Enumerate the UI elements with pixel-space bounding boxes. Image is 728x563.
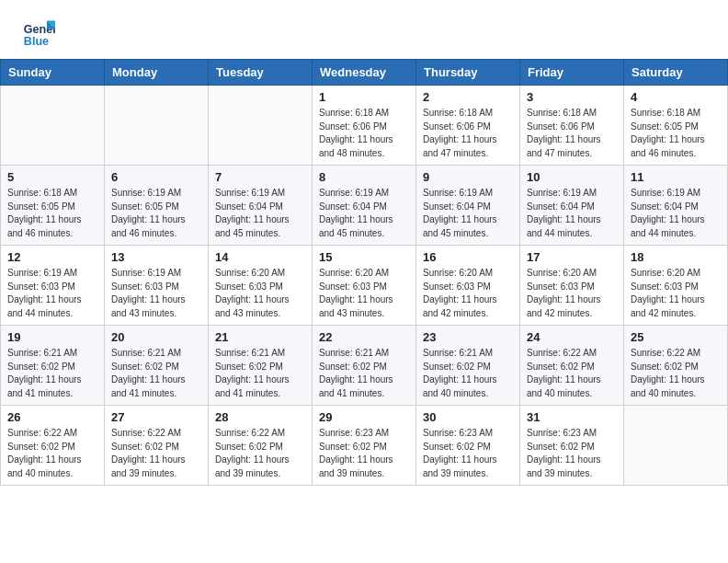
calendar-week-row: 12Sunrise: 6:19 AM Sunset: 6:03 PM Dayli… bbox=[1, 246, 728, 326]
day-info: Sunrise: 6:18 AM Sunset: 6:05 PM Dayligh… bbox=[7, 187, 97, 240]
day-info: Sunrise: 6:20 AM Sunset: 6:03 PM Dayligh… bbox=[319, 267, 409, 320]
calendar-day-cell: 13Sunrise: 6:19 AM Sunset: 6:03 PM Dayli… bbox=[105, 246, 209, 326]
day-number: 26 bbox=[7, 410, 97, 424]
day-number: 4 bbox=[631, 90, 721, 104]
day-info: Sunrise: 6:19 AM Sunset: 6:04 PM Dayligh… bbox=[423, 187, 513, 240]
calendar-day-cell: 30Sunrise: 6:23 AM Sunset: 6:02 PM Dayli… bbox=[416, 406, 520, 486]
day-number: 27 bbox=[111, 410, 201, 424]
day-number: 24 bbox=[527, 330, 617, 344]
day-number: 18 bbox=[631, 250, 721, 264]
day-number: 3 bbox=[527, 90, 617, 104]
weekday-header-row: SundayMondayTuesdayWednesdayThursdayFrid… bbox=[1, 60, 728, 86]
day-number: 14 bbox=[215, 250, 305, 264]
day-info: Sunrise: 6:21 AM Sunset: 6:02 PM Dayligh… bbox=[319, 347, 409, 400]
day-info: Sunrise: 6:19 AM Sunset: 6:03 PM Dayligh… bbox=[7, 267, 97, 320]
weekday-header-cell: Wednesday bbox=[313, 60, 416, 86]
day-number: 31 bbox=[527, 410, 617, 424]
calendar-day-cell: 19Sunrise: 6:21 AM Sunset: 6:02 PM Dayli… bbox=[1, 326, 105, 406]
day-number: 28 bbox=[215, 410, 305, 424]
day-info: Sunrise: 6:22 AM Sunset: 6:02 PM Dayligh… bbox=[215, 427, 305, 480]
day-info: Sunrise: 6:19 AM Sunset: 6:04 PM Dayligh… bbox=[319, 187, 409, 240]
calendar-day-cell: 4Sunrise: 6:18 AM Sunset: 6:05 PM Daylig… bbox=[624, 86, 728, 166]
day-number: 9 bbox=[423, 170, 513, 184]
day-info: Sunrise: 6:20 AM Sunset: 6:03 PM Dayligh… bbox=[423, 267, 513, 320]
weekday-header-cell: Sunday bbox=[1, 60, 105, 86]
day-info: Sunrise: 6:22 AM Sunset: 6:02 PM Dayligh… bbox=[7, 427, 97, 480]
day-number: 22 bbox=[319, 330, 409, 344]
day-number: 10 bbox=[527, 170, 617, 184]
calendar-week-row: 19Sunrise: 6:21 AM Sunset: 6:02 PM Dayli… bbox=[1, 326, 728, 406]
page-header: General Blue bbox=[0, 0, 728, 59]
day-info: Sunrise: 6:21 AM Sunset: 6:02 PM Dayligh… bbox=[423, 347, 513, 400]
day-number: 20 bbox=[111, 330, 201, 344]
weekday-header-cell: Saturday bbox=[624, 60, 728, 86]
calendar-day-cell: 10Sunrise: 6:19 AM Sunset: 6:04 PM Dayli… bbox=[520, 166, 624, 246]
day-info: Sunrise: 6:19 AM Sunset: 6:04 PM Dayligh… bbox=[215, 187, 305, 240]
day-info: Sunrise: 6:18 AM Sunset: 6:06 PM Dayligh… bbox=[527, 107, 617, 160]
day-info: Sunrise: 6:21 AM Sunset: 6:02 PM Dayligh… bbox=[215, 347, 305, 400]
calendar-day-cell: 3Sunrise: 6:18 AM Sunset: 6:06 PM Daylig… bbox=[520, 86, 624, 166]
day-number: 12 bbox=[7, 250, 97, 264]
day-number: 21 bbox=[215, 330, 305, 344]
calendar-day-cell: 7Sunrise: 6:19 AM Sunset: 6:04 PM Daylig… bbox=[209, 166, 313, 246]
calendar-week-row: 26Sunrise: 6:22 AM Sunset: 6:02 PM Dayli… bbox=[1, 406, 728, 486]
calendar-day-cell bbox=[1, 86, 105, 166]
day-info: Sunrise: 6:22 AM Sunset: 6:02 PM Dayligh… bbox=[111, 427, 201, 480]
calendar-day-cell: 29Sunrise: 6:23 AM Sunset: 6:02 PM Dayli… bbox=[313, 406, 416, 486]
calendar-day-cell: 2Sunrise: 6:18 AM Sunset: 6:06 PM Daylig… bbox=[416, 86, 520, 166]
day-number: 15 bbox=[319, 250, 409, 264]
calendar-day-cell: 1Sunrise: 6:18 AM Sunset: 6:06 PM Daylig… bbox=[313, 86, 416, 166]
calendar-day-cell: 15Sunrise: 6:20 AM Sunset: 6:03 PM Dayli… bbox=[313, 246, 416, 326]
calendar-day-cell: 20Sunrise: 6:21 AM Sunset: 6:02 PM Dayli… bbox=[105, 326, 209, 406]
calendar-week-row: 5Sunrise: 6:18 AM Sunset: 6:05 PM Daylig… bbox=[1, 166, 728, 246]
calendar-day-cell bbox=[624, 406, 728, 486]
day-number: 13 bbox=[111, 250, 201, 264]
calendar-body: 1Sunrise: 6:18 AM Sunset: 6:06 PM Daylig… bbox=[1, 86, 728, 486]
day-number: 6 bbox=[111, 170, 201, 184]
day-info: Sunrise: 6:18 AM Sunset: 6:06 PM Dayligh… bbox=[319, 107, 409, 160]
day-info: Sunrise: 6:22 AM Sunset: 6:02 PM Dayligh… bbox=[527, 347, 617, 400]
day-number: 8 bbox=[319, 170, 409, 184]
day-number: 5 bbox=[7, 170, 97, 184]
calendar-day-cell: 31Sunrise: 6:23 AM Sunset: 6:02 PM Dayli… bbox=[520, 406, 624, 486]
calendar-day-cell: 22Sunrise: 6:21 AM Sunset: 6:02 PM Dayli… bbox=[313, 326, 416, 406]
calendar-day-cell: 18Sunrise: 6:20 AM Sunset: 6:03 PM Dayli… bbox=[624, 246, 728, 326]
calendar-day-cell: 8Sunrise: 6:19 AM Sunset: 6:04 PM Daylig… bbox=[313, 166, 416, 246]
day-number: 2 bbox=[423, 90, 513, 104]
calendar-day-cell: 26Sunrise: 6:22 AM Sunset: 6:02 PM Dayli… bbox=[1, 406, 105, 486]
day-number: 23 bbox=[423, 330, 513, 344]
day-info: Sunrise: 6:23 AM Sunset: 6:02 PM Dayligh… bbox=[319, 427, 409, 480]
calendar-table: SundayMondayTuesdayWednesdayThursdayFrid… bbox=[0, 59, 728, 486]
calendar-day-cell bbox=[209, 86, 313, 166]
day-info: Sunrise: 6:23 AM Sunset: 6:02 PM Dayligh… bbox=[527, 427, 617, 480]
weekday-header-cell: Friday bbox=[520, 60, 624, 86]
day-info: Sunrise: 6:23 AM Sunset: 6:02 PM Dayligh… bbox=[423, 427, 513, 480]
day-info: Sunrise: 6:18 AM Sunset: 6:06 PM Dayligh… bbox=[423, 107, 513, 160]
calendar-day-cell: 27Sunrise: 6:22 AM Sunset: 6:02 PM Dayli… bbox=[105, 406, 209, 486]
day-number: 17 bbox=[527, 250, 617, 264]
day-number: 16 bbox=[423, 250, 513, 264]
day-info: Sunrise: 6:19 AM Sunset: 6:05 PM Dayligh… bbox=[111, 187, 201, 240]
calendar-day-cell: 12Sunrise: 6:19 AM Sunset: 6:03 PM Dayli… bbox=[1, 246, 105, 326]
day-info: Sunrise: 6:21 AM Sunset: 6:02 PM Dayligh… bbox=[111, 347, 201, 400]
day-info: Sunrise: 6:19 AM Sunset: 6:03 PM Dayligh… bbox=[111, 267, 201, 320]
day-number: 7 bbox=[215, 170, 305, 184]
calendar-day-cell: 28Sunrise: 6:22 AM Sunset: 6:02 PM Dayli… bbox=[209, 406, 313, 486]
day-info: Sunrise: 6:20 AM Sunset: 6:03 PM Dayligh… bbox=[215, 267, 305, 320]
day-info: Sunrise: 6:18 AM Sunset: 6:05 PM Dayligh… bbox=[631, 107, 721, 160]
weekday-header-cell: Tuesday bbox=[209, 60, 313, 86]
day-info: Sunrise: 6:21 AM Sunset: 6:02 PM Dayligh… bbox=[7, 347, 97, 400]
calendar-day-cell: 14Sunrise: 6:20 AM Sunset: 6:03 PM Dayli… bbox=[209, 246, 313, 326]
calendar-week-row: 1Sunrise: 6:18 AM Sunset: 6:06 PM Daylig… bbox=[1, 86, 728, 166]
calendar-day-cell: 25Sunrise: 6:22 AM Sunset: 6:02 PM Dayli… bbox=[624, 326, 728, 406]
day-number: 29 bbox=[319, 410, 409, 424]
logo: General Blue bbox=[22, 17, 55, 50]
day-number: 25 bbox=[631, 330, 721, 344]
day-number: 11 bbox=[631, 170, 721, 184]
calendar-day-cell: 16Sunrise: 6:20 AM Sunset: 6:03 PM Dayli… bbox=[416, 246, 520, 326]
calendar-day-cell: 6Sunrise: 6:19 AM Sunset: 6:05 PM Daylig… bbox=[105, 166, 209, 246]
day-info: Sunrise: 6:19 AM Sunset: 6:04 PM Dayligh… bbox=[527, 187, 617, 240]
day-number: 19 bbox=[7, 330, 97, 344]
day-info: Sunrise: 6:19 AM Sunset: 6:04 PM Dayligh… bbox=[631, 187, 721, 240]
day-number: 30 bbox=[423, 410, 513, 424]
